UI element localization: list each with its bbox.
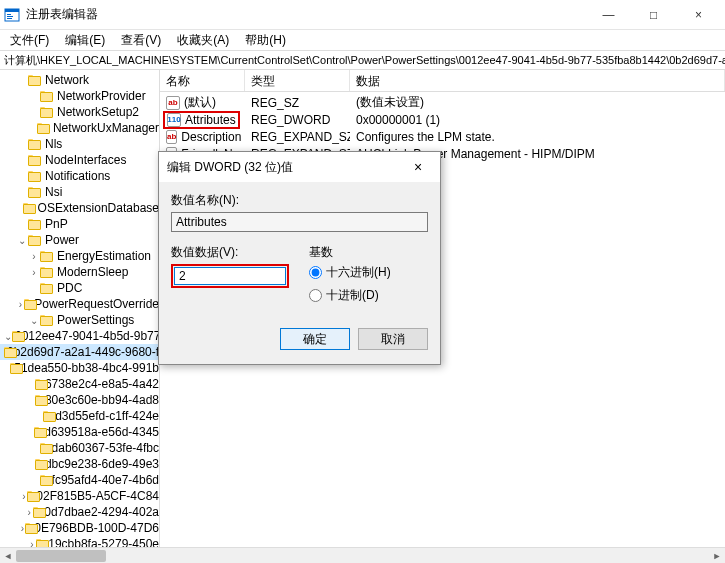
list-row[interactable]: ab(默认)REG_SZ(数值未设置) (160, 94, 725, 111)
chevron-down-icon[interactable]: ⌄ (4, 330, 12, 342)
tree-item-label: Nls (45, 137, 62, 151)
tree-item[interactable]: NetworkSetup2 (0, 104, 159, 120)
svg-rect-2 (7, 14, 11, 15)
menu-edit[interactable]: 编辑(E) (59, 30, 111, 51)
chevron-right-icon[interactable]: › (28, 266, 40, 278)
tree-item[interactable]: NodeInterfaces (0, 152, 159, 168)
tree-item[interactable]: ›PowerRequestOverride (0, 296, 159, 312)
chevron-right-icon[interactable]: › (26, 506, 33, 518)
menu-help[interactable]: 帮助(H) (239, 30, 292, 51)
col-data[interactable]: 数据 (350, 70, 725, 91)
dialog-titlebar[interactable]: 编辑 DWORD (32 位)值 × (159, 152, 440, 182)
col-name[interactable]: 名称 (160, 70, 245, 91)
menu-file[interactable]: 文件(F) (4, 30, 55, 51)
chevron-down-icon[interactable]: ⌄ (28, 314, 40, 326)
col-type[interactable]: 类型 (245, 70, 350, 91)
tree-item[interactable]: Notifications (0, 168, 159, 184)
folder-icon (40, 474, 48, 486)
tree-item[interactable]: PDC (0, 280, 159, 296)
base-label: 基数 (309, 244, 428, 261)
radio-dec-label: 十进制(D) (326, 287, 379, 304)
tree-item[interactable]: ›ModernSleep (0, 264, 159, 280)
folder-icon (28, 218, 42, 230)
tree-item[interactable]: Network (0, 72, 159, 88)
chevron-right-icon[interactable] (28, 106, 40, 118)
tree-item[interactable]: dbc9e238-6de9-49e3 (0, 456, 159, 472)
list-row[interactable]: 110AttributesREG_DWORD0x00000001 (1) (160, 111, 725, 128)
tree-item-label: 0012ee47-9041-4b5d-9b77-535fba8b1442 (15, 329, 160, 343)
chevron-right-icon[interactable] (16, 138, 28, 150)
tree-item[interactable]: ⌄0012ee47-9041-4b5d-9b77-535fba8b1442 (0, 328, 159, 344)
chevron-right-icon[interactable] (35, 410, 43, 422)
tree-item[interactable]: dab60367-53fe-4fbc (0, 440, 159, 456)
tree-item-label: PDC (57, 281, 82, 295)
tree-item[interactable]: NetworkProvider (0, 88, 159, 104)
tree-item[interactable]: OSExtensionDatabase (0, 200, 159, 216)
chevron-right-icon[interactable] (16, 218, 28, 230)
value-type: REG_SZ (245, 96, 350, 110)
chevron-right-icon[interactable] (26, 122, 37, 134)
chevron-right-icon[interactable] (16, 74, 28, 86)
tree-item-label: NodeInterfaces (45, 153, 126, 167)
chevron-right-icon[interactable] (28, 282, 40, 294)
close-button[interactable]: × (676, 1, 721, 29)
folder-icon (33, 506, 41, 518)
menubar: 文件(F) 编辑(E) 查看(V) 收藏夹(A) 帮助(H) (0, 30, 725, 50)
tree-item[interactable]: ›02F815B5-A5CF-4C84 (0, 488, 159, 504)
chevron-right-icon[interactable] (16, 154, 28, 166)
dialog-close-button[interactable]: × (404, 156, 432, 178)
tree-item[interactable]: ⌄Power (0, 232, 159, 248)
tree-item[interactable]: ›0E796BDB-100D-47D6 (0, 520, 159, 536)
chevron-right-icon[interactable] (14, 202, 24, 214)
list-row[interactable]: abDescriptionREG_EXPAND_SZConfigures the… (160, 128, 725, 145)
chevron-right-icon[interactable] (16, 170, 28, 182)
chevron-down-icon[interactable]: ⌄ (16, 234, 28, 246)
menu-view[interactable]: 查看(V) (115, 30, 167, 51)
value-data: Configures the LPM state. (350, 130, 725, 144)
folder-icon (28, 170, 42, 182)
tree-item[interactable]: 6738e2c4-e8a5-4a42 (0, 376, 159, 392)
cancel-button[interactable]: 取消 (358, 328, 428, 350)
radio-dec[interactable] (309, 289, 322, 302)
value-data-label: 数值数据(V): (171, 244, 289, 261)
folder-icon (23, 202, 34, 214)
menu-favorites[interactable]: 收藏夹(A) (171, 30, 235, 51)
tree-item[interactable]: 80e3c60e-bb94-4ad8 (0, 392, 159, 408)
scroll-right-icon[interactable]: ► (709, 549, 725, 563)
tree-item[interactable]: 51dea550-bb38-4bc4-991b (0, 360, 159, 376)
maximize-button[interactable]: □ (631, 1, 676, 29)
tree-item[interactable]: ›0d7dbae2-4294-402a (0, 504, 159, 520)
scroll-thumb[interactable] (16, 550, 106, 562)
h-scrollbar[interactable]: ◄ ► (0, 547, 725, 563)
tree-item[interactable]: Nsi (0, 184, 159, 200)
address-bar[interactable]: 计算机\HKEY_LOCAL_MACHINE\SYSTEM\CurrentCon… (0, 50, 725, 70)
value-data-input[interactable] (174, 267, 286, 285)
chevron-right-icon[interactable] (28, 90, 40, 102)
tree-item[interactable]: PnP (0, 216, 159, 232)
ok-button[interactable]: 确定 (280, 328, 350, 350)
tree-item-label: Nsi (45, 185, 62, 199)
tree-pane[interactable]: NetworkNetworkProviderNetworkSetup2Netwo… (0, 70, 160, 548)
tree-item[interactable]: fc95afd4-40e7-4b6d (0, 472, 159, 488)
tree-item[interactable]: d639518a-e56d-4345 (0, 424, 159, 440)
tree-item[interactable]: 0b2d69d7-a2a1-449c-9680-f91c70521c60 (0, 344, 159, 360)
folder-icon (27, 490, 34, 502)
tree-item-label: 6738e2c4-e8a5-4a42 (45, 377, 159, 391)
chevron-right-icon[interactable] (33, 442, 40, 454)
titlebar: 注册表编辑器 — □ × (0, 0, 725, 30)
value-name-input[interactable] (171, 212, 428, 232)
tree-item-label: 80e3c60e-bb94-4ad8 (45, 393, 159, 407)
tree-item[interactable]: ›EnergyEstimation (0, 248, 159, 264)
radio-hex[interactable] (309, 266, 322, 279)
tree-item[interactable]: NetworkUxManager (0, 120, 159, 136)
minimize-button[interactable]: — (586, 1, 631, 29)
chevron-right-icon[interactable]: › (28, 250, 40, 262)
scroll-left-icon[interactable]: ◄ (0, 549, 16, 563)
chevron-right-icon[interactable] (33, 474, 40, 486)
chevron-right-icon[interactable] (16, 186, 28, 198)
folder-icon (28, 138, 42, 150)
scroll-track[interactable] (16, 549, 709, 563)
tree-item[interactable]: d3d55efd-c1ff-424e (0, 408, 159, 424)
tree-item[interactable]: Nls (0, 136, 159, 152)
tree-item[interactable]: ⌄PowerSettings (0, 312, 159, 328)
